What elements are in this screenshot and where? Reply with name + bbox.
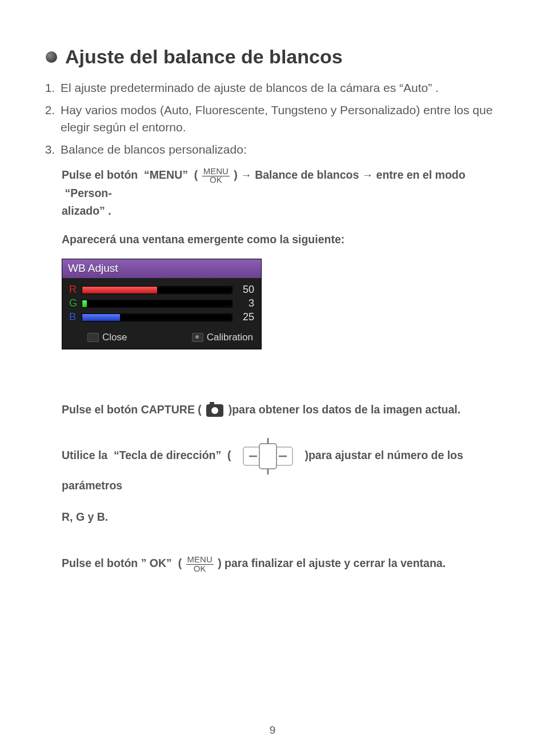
text: Pulse el botón ” OK” (	[62, 557, 182, 569]
text: R, G y B.	[62, 510, 108, 523]
menu-ok-icon: MENU OK	[202, 167, 230, 185]
wb-title: WB Adjust	[62, 259, 261, 278]
wb-adjust-panel: WB Adjust R 50 G 3 B 25 Close	[62, 259, 262, 349]
camera-icon	[206, 404, 223, 417]
step-line-1: Pulse el botón “MENU” ( MENU OK ) → Bala…	[62, 166, 505, 220]
menu-ok-bot: OK	[193, 564, 207, 573]
wb-label-g: G	[69, 297, 81, 309]
svg-rect-1	[259, 444, 276, 469]
menu-ok-bot: OK	[209, 175, 223, 184]
wb-calibration-label: Calibration	[207, 332, 253, 343]
wb-value-b: 25	[235, 311, 254, 323]
wb-fill-r	[82, 287, 157, 293]
text: Pulse el botón “MENU” (	[62, 168, 198, 181]
wb-bar-r[interactable]	[82, 286, 233, 294]
wb-value-r: 50	[235, 284, 254, 296]
ok-line: Pulse el botón ” OK” ( MENU OK ) para fi…	[62, 554, 505, 573]
wb-row-b[interactable]: B 25	[69, 311, 254, 324]
bullet-icon	[46, 51, 57, 63]
wb-body: R 50 G 3 B 25	[62, 278, 261, 327]
page-number: 9	[0, 724, 545, 737]
list-item: El ajuste predeterminado de ajuste de bl…	[58, 79, 505, 96]
capture-line: Pulse el botón CAPTURE ( )para obtener l…	[62, 401, 505, 419]
wb-bar-g[interactable]	[82, 300, 233, 308]
wb-fill-b	[82, 314, 120, 321]
menu-ok-icon: MENU OK	[186, 555, 214, 573]
wb-row-g[interactable]: G 3	[69, 297, 254, 310]
page-title: Ajuste del balance de blancos	[65, 46, 343, 68]
wb-row-r[interactable]: R 50	[69, 284, 254, 296]
text: )para obtener los datos de la imagen act…	[229, 403, 460, 416]
title-row: Ajuste del balance de blancos	[46, 46, 505, 68]
wb-bar-b[interactable]	[82, 313, 233, 321]
main-list: El ajuste predeterminado de ajuste de bl…	[46, 79, 505, 158]
wb-calibration-button[interactable]: Calibration	[192, 332, 253, 343]
wb-footer: Close Calibration	[62, 327, 261, 349]
step-line-2: Aparecerá una ventana emergente como la …	[62, 231, 505, 248]
wb-value-g: 3	[235, 297, 254, 309]
text: ) para finalizar el ajuste y cerrar la v…	[218, 557, 446, 569]
text: Pulse el botón CAPTURE (	[62, 403, 202, 416]
wb-fill-g	[82, 300, 87, 307]
list-item: Balance de blancos personalizado:	[58, 141, 505, 158]
direction-line: Utilice la “Tecla de dirección” ( )para …	[62, 436, 505, 526]
text: alizado” .	[62, 204, 111, 217]
wb-label-b: B	[69, 311, 81, 323]
wb-close-label: Close	[102, 332, 127, 343]
list-item: Hay varios modos (Auto, Fluorescente, Tu…	[58, 102, 505, 135]
wb-label-r: R	[69, 284, 81, 296]
wb-close-button[interactable]: Close	[87, 332, 127, 343]
camera-mini-icon	[192, 333, 203, 342]
menu-mini-icon	[87, 333, 99, 342]
dpad-icon	[237, 436, 299, 477]
text: Utilice la “Tecla de dirección” (	[62, 449, 231, 461]
